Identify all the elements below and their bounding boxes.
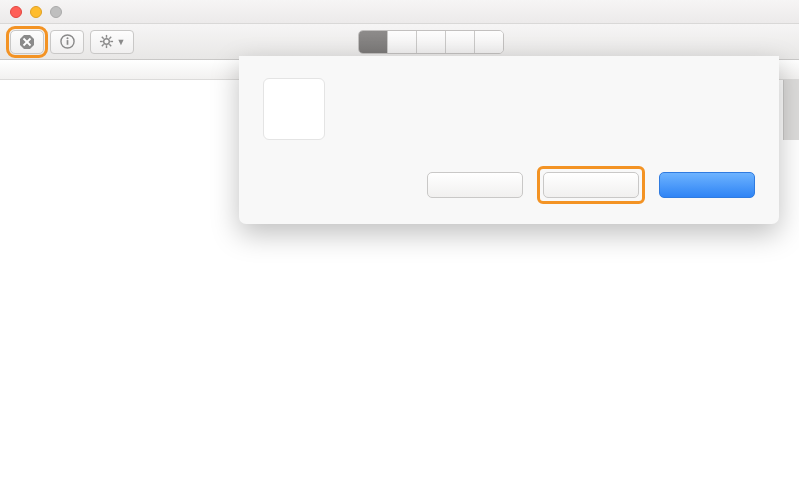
svg-line-14 [101, 44, 103, 46]
svg-rect-5 [66, 40, 68, 45]
zoom-window-button[interactable] [50, 6, 62, 18]
options-menu-button[interactable]: ▼ [90, 30, 134, 54]
tab-energy[interactable] [417, 31, 446, 53]
svg-point-4 [66, 37, 68, 39]
process-app-icon [263, 78, 325, 140]
stop-icon [19, 34, 35, 50]
quit-confirmation-sheet [239, 56, 779, 224]
toolbar: ▼ [0, 24, 799, 60]
vertical-scrollbar[interactable] [783, 80, 799, 140]
inspect-process-button[interactable] [50, 30, 84, 54]
tab-cpu[interactable] [359, 31, 388, 53]
minimize-window-button[interactable] [30, 6, 42, 18]
cancel-button[interactable] [427, 172, 523, 198]
close-window-button[interactable] [10, 6, 22, 18]
force-quit-button[interactable] [543, 172, 639, 198]
quit-process-button[interactable] [10, 30, 44, 54]
tab-memory[interactable] [388, 31, 417, 53]
svg-line-13 [109, 37, 111, 39]
dialog-body [341, 84, 370, 99]
quit-button[interactable] [659, 172, 755, 198]
force-quit-highlight [537, 166, 645, 204]
info-icon [60, 34, 75, 49]
tab-segment [358, 30, 504, 54]
chevron-down-icon: ▼ [117, 37, 126, 47]
tab-network[interactable] [475, 31, 503, 53]
window-controls [10, 6, 62, 18]
svg-line-11 [101, 37, 103, 39]
svg-point-6 [103, 39, 109, 45]
svg-line-12 [109, 44, 111, 46]
tab-disk[interactable] [446, 31, 475, 53]
titlebar [0, 0, 799, 24]
gear-icon [99, 34, 114, 49]
